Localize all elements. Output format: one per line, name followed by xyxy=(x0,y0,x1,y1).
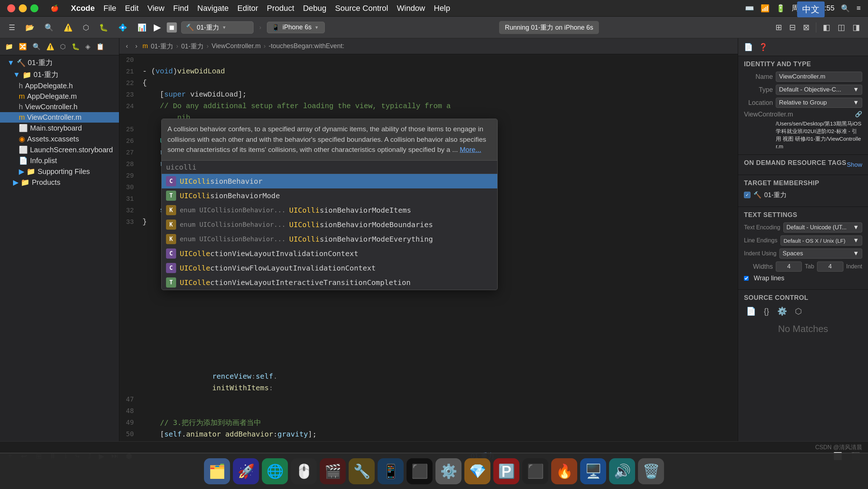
dock-iphone-backup[interactable]: 📱 xyxy=(378,458,404,484)
quick-help-button[interactable]: ❓ xyxy=(757,41,769,53)
menu-edit[interactable]: Edit xyxy=(125,4,139,13)
folder-nav-button[interactable]: 📁 xyxy=(4,41,14,52)
search-nav-button[interactable]: 🔍 xyxy=(31,41,42,52)
assets-item[interactable]: ◉ Assets.xcassets xyxy=(0,133,119,144)
ac-item-5[interactable]: C UICollectionViewLayoutInvalidationCont… xyxy=(162,246,497,261)
source-nav-button[interactable]: 🔀 xyxy=(17,41,28,52)
location-select[interactable]: Relative to Group ▼ xyxy=(776,98,862,108)
device-selector[interactable]: 📱 iPhone 6s ▼ xyxy=(267,22,325,33)
dock-tools[interactable]: 🔧 xyxy=(349,458,375,484)
report-nav-button[interactable]: 📋 xyxy=(95,41,106,52)
ac-item-4[interactable]: K enum UICollisionBehavior... UICollisio… xyxy=(162,232,497,246)
indent-width-input[interactable] xyxy=(817,261,843,272)
show-button[interactable]: Show xyxy=(847,161,862,169)
apple-menu[interactable]: 🍎 xyxy=(51,4,59,12)
file-link-icon[interactable]: 🔗 xyxy=(855,111,862,118)
warning-nav-button[interactable]: ⚠️ xyxy=(45,41,56,52)
group-01-item[interactable]: ▼ 📁 01-重力 xyxy=(0,69,119,81)
debug-panel-button[interactable]: ◫ xyxy=(835,21,847,34)
menu-debug[interactable]: Debug xyxy=(303,4,327,13)
menu-product[interactable]: Product xyxy=(267,4,294,13)
wrap-lines-checkbox[interactable] xyxy=(744,276,749,281)
target-checkbox[interactable]: ✓ xyxy=(744,192,750,198)
appdelegate-h-item[interactable]: h AppDelegate.h xyxy=(0,81,119,91)
chinese-input-mode[interactable]: 中文 xyxy=(797,1,825,17)
line-endings-select[interactable]: Default - OS X / Unix (LF) ▼ xyxy=(780,235,862,246)
dock-terminal[interactable]: ⬛ xyxy=(407,458,433,484)
version-editor-button[interactable]: ⊠ xyxy=(801,21,812,34)
launch-storyboard-item[interactable]: ⬜ LaunchScreen.storyboard xyxy=(0,144,119,155)
products-item[interactable]: ▶ 📁 Products xyxy=(0,177,119,188)
main-storyboard-item[interactable]: ⬜ Main.storyboard xyxy=(0,123,119,133)
menu-file[interactable]: File xyxy=(103,4,116,13)
scheme-selector[interactable]: 🔨 01-重力 ▼ xyxy=(181,21,254,34)
dock-settings[interactable]: ⚙️ xyxy=(435,458,461,484)
editor-area[interactable]: 20 21 - (void)viewDidLoad 22 { 23 [super… xyxy=(119,54,738,369)
ac-item-2[interactable]: K enum UICollisionBehavior... UICollisio… xyxy=(162,203,497,217)
siri-icon[interactable]: ≡ xyxy=(856,4,861,12)
issues-button[interactable]: ⚠️ xyxy=(61,22,76,33)
ac-item-0[interactable]: C UICollisionBehavior xyxy=(162,174,497,188)
dock-mouse[interactable]: 🖱️ xyxy=(291,458,317,484)
menu-editor[interactable]: Editor xyxy=(237,4,258,13)
dock-quicktime[interactable]: 🎬 xyxy=(320,458,346,484)
type-select[interactable]: Default - Objective-C... ▼ xyxy=(776,85,862,95)
viewcontroller-m-item[interactable]: m ViewController.m xyxy=(0,112,119,123)
viewcontroller-h-item[interactable]: h ViewController.h xyxy=(0,102,119,112)
menu-window[interactable]: Window xyxy=(397,4,425,13)
encoding-select[interactable]: Default - Unicode (UT... ▼ xyxy=(783,222,862,233)
breakpoint-nav-button[interactable]: ◈ xyxy=(84,41,92,52)
dock-fire[interactable]: 🔥 xyxy=(551,458,577,484)
breakpoints-button[interactable]: 💠 xyxy=(115,22,130,33)
standard-editor-button[interactable]: ⊞ xyxy=(773,21,784,34)
dock-safari[interactable]: 🌐 xyxy=(262,458,288,484)
test-nav-button[interactable]: ⬡ xyxy=(59,41,67,52)
fullscreen-button[interactable] xyxy=(30,4,38,12)
search-toolbar-button[interactable]: 🔍 xyxy=(42,22,56,33)
supporting-files-item[interactable]: ▶ 📁 Supporting Files xyxy=(0,166,119,177)
ac-item-7[interactable]: T UICollectionViewLayoutInteractiveTrans… xyxy=(162,275,497,290)
dock-unknown[interactable]: ⬛ xyxy=(522,458,548,484)
indent-using-select[interactable]: Spaces ▼ xyxy=(779,248,862,259)
close-button[interactable] xyxy=(7,4,15,12)
dock-product-p[interactable]: 🅿️ xyxy=(493,458,519,484)
ac-item-1[interactable]: T UICollisionBehaviorMode xyxy=(162,188,497,203)
name-input[interactable] xyxy=(776,72,862,82)
breadcrumb-file[interactable]: ViewController.m xyxy=(212,42,261,50)
dock-sound[interactable]: 🔊 xyxy=(609,458,635,484)
dock-finder[interactable]: 🗂️ xyxy=(204,458,230,484)
dock-display[interactable]: 🖥️ xyxy=(580,458,606,484)
sc-file-icon-button[interactable]: 📄 xyxy=(744,305,758,318)
minimize-button[interactable] xyxy=(19,4,27,12)
navigator-button[interactable]: 📂 xyxy=(22,22,37,33)
menu-navigate[interactable]: Navigate xyxy=(197,4,229,13)
ac-item-6[interactable]: C UICollectionViewFlowLayoutInvalidation… xyxy=(162,261,497,275)
run-button[interactable]: ▶ xyxy=(154,22,161,33)
project-root-item[interactable]: ▼ 🔨 01-重力 xyxy=(0,57,119,69)
breadcrumb-project[interactable]: 01-重力 xyxy=(151,42,173,51)
menu-help[interactable]: Help xyxy=(434,4,450,13)
dock-trash[interactable]: 🗑️ xyxy=(638,458,664,484)
stop-button[interactable]: ■ xyxy=(167,22,177,33)
sc-code-icon-button[interactable]: {} xyxy=(762,305,771,318)
forward-button[interactable]: › xyxy=(133,41,140,51)
sc-branch-icon-button[interactable]: ⬡ xyxy=(793,305,804,318)
utilities-panel-button[interactable]: ◨ xyxy=(850,21,862,34)
menu-source-control[interactable]: Source Control xyxy=(335,4,388,13)
menu-xcode[interactable]: Xcode xyxy=(71,4,95,13)
menu-find[interactable]: Find xyxy=(173,4,189,13)
appdelegate-m-item[interactable]: m AppDelegate.m xyxy=(0,91,119,102)
sidebar-toggle-button[interactable]: ☰ xyxy=(6,22,18,33)
more-link[interactable]: More... xyxy=(460,146,481,153)
dock-sketch[interactable]: 💎 xyxy=(464,458,490,484)
debug-nav-button[interactable]: 🐛 xyxy=(70,41,81,52)
dock-launchpad[interactable]: 🚀 xyxy=(233,458,259,484)
breadcrumb-group[interactable]: 01-重力 xyxy=(181,42,204,51)
file-inspector-button[interactable]: 📄 xyxy=(743,41,754,53)
navigator-panel-button[interactable]: ◧ xyxy=(821,21,833,34)
tab-width-input[interactable] xyxy=(776,261,802,272)
back-button[interactable]: ‹ xyxy=(124,41,130,51)
assistant-editor-button[interactable]: ⊟ xyxy=(787,21,798,34)
sc-gear-icon-button[interactable]: ⚙️ xyxy=(775,305,789,318)
breadcrumb-method[interactable]: -touchesBegan:withEvent: xyxy=(269,42,344,50)
